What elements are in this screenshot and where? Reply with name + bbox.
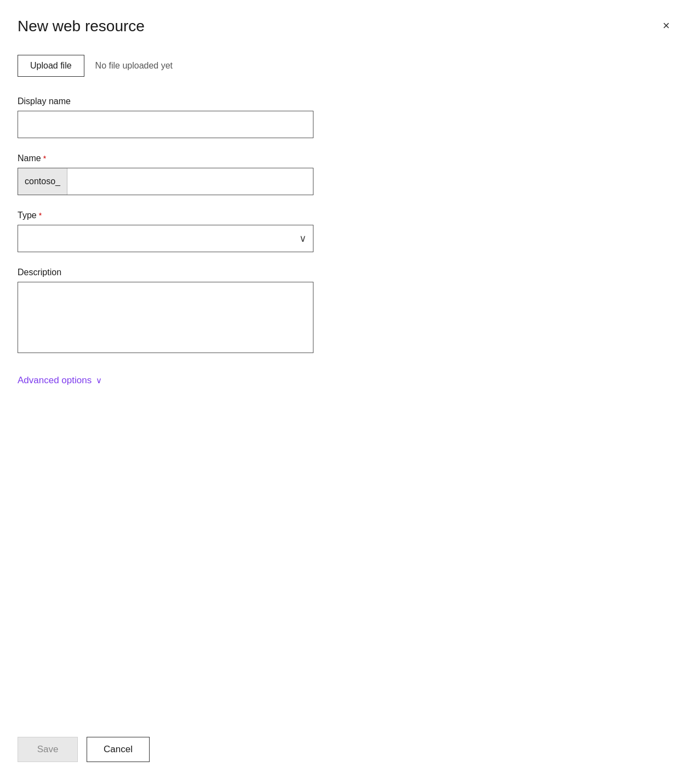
dialog-footer: Save Cancel [18,724,674,762]
cancel-button[interactable]: Cancel [87,737,150,762]
spacer [18,399,674,724]
name-required-star: * [43,154,46,163]
dialog-header: New web resource × [18,18,674,35]
display-name-group: Display name [18,96,674,138]
save-button[interactable]: Save [18,737,78,762]
close-button[interactable]: × [658,18,674,34]
upload-file-button[interactable]: Upload file [18,55,84,77]
upload-status: No file uploaded yet [95,61,173,71]
name-input-wrapper: contoso_ [18,168,313,195]
type-required-star: * [39,211,42,220]
dialog-title: New web resource [18,18,145,35]
name-group: Name* contoso_ [18,154,674,195]
type-label: Type* [18,211,674,220]
name-label: Name* [18,154,674,163]
display-name-label: Display name [18,96,674,106]
description-group: Description [18,268,674,355]
type-select-wrapper: Webpage (HTML)Script (JScript)Style Shee… [18,225,313,252]
advanced-options-toggle[interactable]: Advanced options ∨ [18,375,674,386]
name-prefix: contoso_ [18,168,67,195]
advanced-options-label: Advanced options [18,375,92,386]
type-group: Type* Webpage (HTML)Script (JScript)Styl… [18,211,674,252]
display-name-input[interactable] [18,111,313,138]
dialog-body: Upload file No file uploaded yet Display… [18,55,674,724]
description-label: Description [18,268,674,277]
new-web-resource-dialog: New web resource × Upload file No file u… [0,0,696,784]
description-textarea[interactable] [18,282,313,353]
advanced-options-chevron-icon: ∨ [96,376,102,385]
type-select[interactable]: Webpage (HTML)Script (JScript)Style Shee… [18,225,313,252]
name-field[interactable] [67,168,313,195]
upload-row: Upload file No file uploaded yet [18,55,674,77]
